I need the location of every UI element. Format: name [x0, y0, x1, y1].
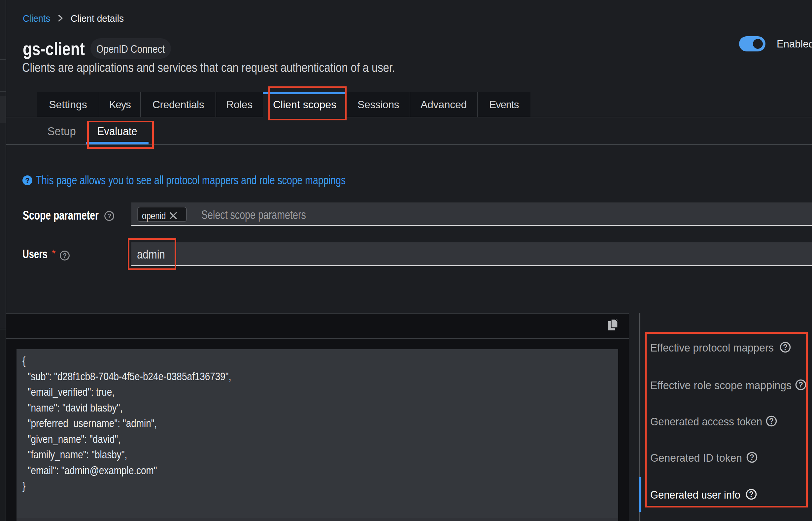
svg-text:?: ? — [63, 252, 67, 259]
svg-text:?: ? — [25, 176, 29, 185]
svg-text:?: ? — [107, 212, 111, 220]
